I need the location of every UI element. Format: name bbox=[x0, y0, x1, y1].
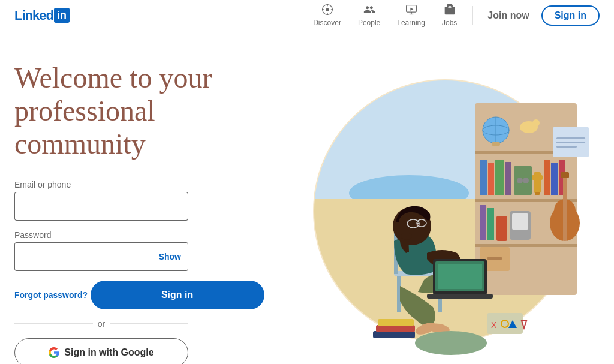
svg-marker-7 bbox=[410, 8, 413, 11]
password-wrapper: Show bbox=[14, 242, 188, 271]
left-panel: Welcome to your professional community E… bbox=[14, 55, 266, 364]
svg-rect-47 bbox=[496, 216, 507, 241]
svg-point-23 bbox=[532, 119, 540, 127]
svg-rect-18 bbox=[475, 244, 577, 247]
svg-rect-72 bbox=[378, 319, 414, 326]
svg-point-30 bbox=[517, 178, 523, 183]
nav-divider bbox=[472, 6, 473, 25]
nav-item-people[interactable]: People bbox=[350, 4, 389, 27]
nav-label-learning: Learning bbox=[397, 19, 425, 27]
email-input[interactable] bbox=[14, 192, 188, 221]
welcome-heading: Welcome to your professional community bbox=[14, 61, 266, 161]
logo-text: Linked bbox=[14, 8, 53, 23]
svg-rect-27 bbox=[495, 160, 504, 195]
right-panel: X bbox=[266, 55, 600, 364]
svg-line-62 bbox=[417, 223, 419, 224]
hero-illustration: X bbox=[289, 55, 589, 364]
main-nav: Discover People Learning Jobs Join now S… bbox=[305, 4, 600, 27]
svg-rect-45 bbox=[480, 205, 486, 240]
show-password-button[interactable]: Show bbox=[159, 252, 181, 261]
sign-in-header-button[interactable]: Sign in bbox=[541, 5, 600, 26]
or-text: or bbox=[93, 319, 110, 329]
or-divider: or bbox=[14, 319, 188, 329]
sticky-line-3 bbox=[556, 146, 577, 148]
learning-icon bbox=[405, 4, 417, 17]
email-form-group: Email or phone bbox=[14, 180, 266, 221]
svg-rect-46 bbox=[487, 208, 494, 240]
svg-rect-41 bbox=[561, 172, 569, 178]
header: Linkedin Discover People Learning Jobs bbox=[0, 0, 614, 31]
sticky-line-1 bbox=[556, 137, 585, 139]
svg-rect-34 bbox=[535, 192, 540, 195]
svg-rect-25 bbox=[480, 160, 487, 195]
sticky-note bbox=[553, 127, 589, 157]
svg-rect-68 bbox=[427, 294, 493, 299]
illustration: X bbox=[289, 55, 589, 364]
password-form-group: Password Show bbox=[14, 230, 266, 271]
svg-rect-36 bbox=[551, 163, 558, 195]
discover-icon bbox=[321, 4, 333, 17]
svg-point-69 bbox=[415, 331, 487, 355]
sticky-line-2 bbox=[556, 142, 585, 143]
google-icon bbox=[49, 347, 59, 358]
svg-point-64 bbox=[401, 233, 412, 240]
svg-point-31 bbox=[523, 178, 529, 183]
svg-rect-28 bbox=[505, 162, 511, 195]
sign-in-google-button[interactable]: Sign in with Google bbox=[14, 338, 188, 364]
svg-rect-33 bbox=[532, 175, 543, 180]
nav-label-people: People bbox=[358, 19, 380, 27]
svg-rect-49 bbox=[512, 213, 528, 230]
google-button-label: Sign in with Google bbox=[64, 347, 154, 358]
people-icon bbox=[363, 4, 375, 17]
email-label: Email or phone bbox=[14, 180, 266, 189]
forgot-password-link[interactable]: Forgot password? bbox=[14, 290, 88, 300]
svg-rect-35 bbox=[544, 160, 550, 195]
svg-rect-24 bbox=[492, 142, 500, 146]
nav-item-discover[interactable]: Discover bbox=[305, 4, 350, 27]
nav-item-learning[interactable]: Learning bbox=[389, 4, 434, 27]
main-content: Welcome to your professional community E… bbox=[0, 31, 614, 364]
linkedin-logo[interactable]: Linkedin bbox=[14, 8, 70, 23]
svg-rect-26 bbox=[488, 163, 494, 195]
sign-in-button[interactable]: Sign in bbox=[91, 281, 264, 309]
nav-item-jobs[interactable]: Jobs bbox=[434, 4, 465, 27]
join-now-button[interactable]: Join now bbox=[480, 7, 536, 25]
svg-rect-51 bbox=[487, 257, 502, 260]
jobs-icon bbox=[444, 4, 456, 17]
logo-in: in bbox=[54, 8, 70, 23]
password-label: Password bbox=[14, 230, 266, 240]
nav-label-jobs: Jobs bbox=[442, 19, 457, 27]
svg-rect-67 bbox=[438, 264, 482, 289]
nav-label-discover: Discover bbox=[313, 19, 341, 27]
svg-point-1 bbox=[326, 8, 329, 11]
svg-text:X: X bbox=[491, 320, 497, 330]
